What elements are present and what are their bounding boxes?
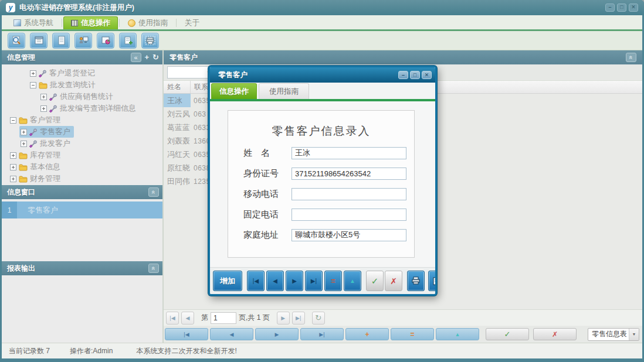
tab-user-guide[interactable]: 使用指南 xyxy=(121,16,175,29)
item-label: 零售客户 xyxy=(17,202,162,218)
name-field[interactable] xyxy=(292,147,406,159)
report-chart-button[interactable] xyxy=(97,33,114,49)
last-page-button[interactable]: ▶| xyxy=(300,328,344,340)
tree-item-content: 基本信息 xyxy=(9,161,64,173)
filter-input[interactable] xyxy=(171,68,206,77)
confirm-button[interactable]: ✓ xyxy=(486,328,529,340)
id-number-field[interactable] xyxy=(292,168,406,180)
add-button[interactable]: 增加 xyxy=(213,271,242,291)
report-table-select[interactable]: 零售信息表▼ xyxy=(588,328,639,341)
tree-item[interactable]: 批发编号查询详细信息 xyxy=(2,103,162,114)
document-button[interactable] xyxy=(52,33,70,49)
chevron-down-icon: ▼ xyxy=(629,329,639,340)
page-number-input[interactable] xyxy=(211,312,236,324)
name-label: 姓 名 xyxy=(243,148,292,159)
app-logo-icon: y xyxy=(6,3,15,12)
expander-plus-icon[interactable] xyxy=(30,70,36,77)
expander-plus-icon[interactable] xyxy=(10,176,16,182)
confirm-button[interactable]: ✓ xyxy=(366,271,384,291)
refresh-button[interactable]: ↻ xyxy=(312,312,325,325)
tab-system-navigation[interactable]: 系统导航 xyxy=(6,16,60,29)
close-button[interactable]: ✕ xyxy=(629,4,638,12)
delete-record-button[interactable]: = xyxy=(391,328,434,340)
landline-phone-field[interactable] xyxy=(292,209,406,221)
tree-item[interactable]: 库存管理 xyxy=(2,149,162,161)
filter-combo[interactable]: ▼ xyxy=(167,66,213,78)
next-page-button[interactable]: ▶ xyxy=(277,312,290,325)
collapse-up-button[interactable]: « xyxy=(148,187,159,197)
last-record-button[interactable]: ▶| xyxy=(305,271,323,291)
tab-info-operation[interactable]: 信息操作 xyxy=(63,16,118,29)
document-add-icon xyxy=(123,36,133,45)
refresh-icon[interactable]: ↻ xyxy=(152,53,159,62)
tree-item[interactable]: 客户管理 xyxy=(2,114,162,126)
add-record-button[interactable]: + xyxy=(345,328,389,340)
tree-item-content: 零售客户 xyxy=(19,126,74,138)
dialog-tab-user-guide[interactable]: 使用指南 xyxy=(259,83,309,99)
print-button[interactable] xyxy=(407,271,425,291)
expander-minus-icon[interactable] xyxy=(30,82,36,88)
tree-item-label: 供应商销售统计 xyxy=(60,91,113,102)
dialog-close-button[interactable]: ✕ xyxy=(422,71,432,79)
add-icon[interactable]: + xyxy=(145,53,150,62)
form-view-button[interactable] xyxy=(30,33,48,49)
dialog-toolbar: 增加|◀◀▶▶|=▲✓✗ xyxy=(210,267,435,294)
collapse-up-button[interactable]: « xyxy=(626,53,636,62)
modify-record-button[interactable]: ▲ xyxy=(436,328,479,340)
dialog-minimize-button[interactable]: – xyxy=(398,71,408,79)
new-document-button[interactable] xyxy=(119,33,137,49)
collapse-left-button[interactable]: « xyxy=(131,53,141,62)
tree-item[interactable]: 零售客户 xyxy=(2,126,162,138)
first-page-button[interactable]: |◀ xyxy=(166,312,179,325)
tree-item[interactable]: 基本信息 xyxy=(2,161,162,173)
title-bar: y 电动车进销存管理系统(非注册用户) – □ ✕ xyxy=(0,0,644,15)
panel-title: 信息窗口 xyxy=(7,187,35,197)
expander-plus-icon[interactable] xyxy=(40,105,47,112)
form-heading: 零售客户信息录入 xyxy=(228,124,414,139)
tree-item[interactable]: 批发客户 xyxy=(2,138,162,149)
main-tab-bar: 系统导航 信息操作 使用指南 关于 xyxy=(2,15,642,29)
dialog-maximize-button[interactable]: □ xyxy=(410,71,420,79)
minimize-button[interactable]: – xyxy=(605,4,615,12)
search-preview-button[interactable] xyxy=(8,33,25,49)
tree-item[interactable]: 客户退货登记 xyxy=(2,67,162,79)
mobile-phone-field[interactable] xyxy=(292,188,406,200)
prev-page-button[interactable]: ◀ xyxy=(210,328,253,340)
prev-page-button[interactable]: ◀ xyxy=(181,312,194,325)
expander-plus-icon[interactable] xyxy=(21,129,27,135)
collapse-up-button[interactable]: « xyxy=(148,264,159,273)
folder-icon xyxy=(19,175,28,183)
info-window-item[interactable]: 1 零售客户 xyxy=(2,202,162,218)
tree-item[interactable]: 财务管理 xyxy=(2,173,162,185)
dialog-tab-info-operation[interactable]: 信息操作 xyxy=(211,83,257,99)
column-header[interactable]: 姓名 xyxy=(164,81,191,93)
cancel-button[interactable]: ✗ xyxy=(533,328,577,340)
print-setup-button[interactable] xyxy=(141,33,159,49)
restore-button[interactable]: □ xyxy=(617,4,626,12)
next-page-button[interactable]: ▶ xyxy=(255,328,299,340)
prev-record-button[interactable]: ◀ xyxy=(266,271,284,291)
tree-item[interactable]: 批发查询统计 xyxy=(2,79,162,91)
home-address-field[interactable] xyxy=(292,229,406,241)
tab-label: 信息操作 xyxy=(81,18,110,28)
expander-plus-icon[interactable] xyxy=(10,152,16,159)
tree-item[interactable]: 供应商销售统计 xyxy=(2,91,162,103)
tab-about[interactable]: 关于 xyxy=(178,16,206,29)
cancel-button[interactable]: ✗ xyxy=(385,271,402,291)
append-record-button[interactable]: ▲ xyxy=(344,271,361,291)
delete-record-button[interactable]: = xyxy=(324,271,342,291)
last-page-button[interactable]: ▶| xyxy=(292,312,305,325)
folder-icon xyxy=(19,117,28,124)
next-record-button[interactable]: ▶ xyxy=(286,271,303,291)
user-management-button[interactable] xyxy=(74,33,92,49)
first-page-button[interactable]: |◀ xyxy=(165,328,208,340)
more-button[interactable] xyxy=(428,271,435,291)
tree-item-content: 客户退货登记 xyxy=(29,67,99,79)
expander-plus-icon[interactable] xyxy=(40,94,47,100)
expander-plus-icon[interactable] xyxy=(10,164,16,170)
first-record-button[interactable]: |◀ xyxy=(247,271,265,291)
expander-minus-icon[interactable] xyxy=(10,117,16,124)
help-coin-icon xyxy=(128,19,135,27)
tree-item-label: 批发客户 xyxy=(40,138,70,149)
expander-plus-icon[interactable] xyxy=(21,141,27,147)
